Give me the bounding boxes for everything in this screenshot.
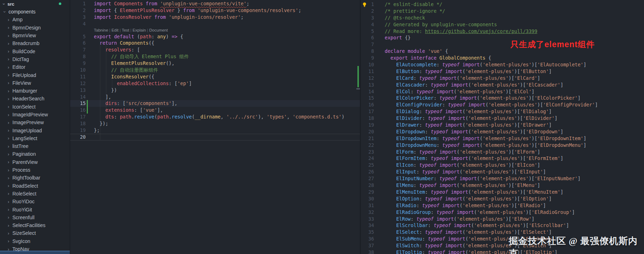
sidebar-item-Breadcrumb[interactable]: ›Breadcrumb [0,39,70,47]
chevron-right-icon: › [7,41,10,46]
line-number: 19 [361,122,374,128]
sidebar-item-Hamburger[interactable]: ›Hamburger [0,87,70,95]
sidebar-item-label: BpmnDesign [12,25,41,31]
sidebar-item-Screenfull[interactable]: ›Screenfull [0,214,70,221]
codelens-action-edit[interactable]: Edit [112,28,119,32]
sidebar-item-label: SvgIcon [12,238,30,244]
line-number: 13 [361,82,374,88]
indent-guide [106,40,106,120]
sidebar-item-BpmnView[interactable]: ›BpmnView [0,32,70,39]
line-number: 18 [70,120,86,127]
sidebar-item-label: LangSelect [12,136,37,141]
code-line: 26 ElInput: typeof import('element-plus/… [361,169,644,175]
sidebar-item-label: ImageIdPreview [12,112,48,117]
gutter [374,195,377,202]
code-line: 2/* prettier-ignore */ [361,8,644,15]
code-line: 18 ElDivider: typeof import('element-plu… [361,115,644,122]
gutter [86,80,90,87]
sidebar-item-label: RightToolbar [12,175,40,181]
sidebar-item-DictTag[interactable]: ›DictTag [0,55,70,63]
sidebar-item-ImageIdPreview[interactable]: ›ImageIdPreview [0,111,70,118]
chevron-right-icon: › [7,231,10,236]
sidebar-item-label: Breadcrumb [12,40,39,46]
sidebar-item-RuoYiGit[interactable]: ›RuoYiGit [0,205,70,213]
overview-ruler[interactable] [356,0,360,254]
sidebar-item-components[interactable]: ›components [0,8,70,16]
codelens-action-test[interactable]: Test [122,28,129,32]
sidebar-item-label: RuoYiDoc [12,199,35,204]
sidebar-item-HeaderSearch[interactable]: ›HeaderSearch [0,95,70,103]
sidebar-item-Editor[interactable]: ›Editor [0,63,70,71]
code-line: 19}; [70,127,360,134]
gutter [374,115,377,122]
code-line: 18 }); [70,120,360,127]
line-number: 28 [361,182,374,189]
codelens-action-document[interactable]: Document [149,28,168,32]
gutter [86,40,90,46]
sidebar-item-ImageUpload[interactable]: ›ImageUpload [0,126,70,134]
sidebar-item-LangSelect[interactable]: ›LangSelect [0,134,70,142]
sidebar-item-label: FileUpload [12,72,36,78]
sidebar-item-RoadSelect[interactable]: ›RoadSelect [0,182,70,190]
codelens-action-explain[interactable]: Explain [132,28,146,32]
chevron-right-icon: › [7,223,10,228]
gutter [374,68,377,75]
sidebar-item-label: Editor [12,64,26,70]
line-number: 37 [361,242,374,249]
sidebar-item-Amp[interactable]: ›Amp [0,16,70,23]
gutter [374,1,377,8]
code-text: ElMenu: typeof import('element-plus/es')… [377,182,540,189]
chevron-right-icon: › [7,17,10,22]
code-text: ElColorPicker: typeof import('element-pl… [377,95,581,101]
code-line: 7 [361,41,644,48]
code-area: 1import Components from 'unplugin-vue-co… [70,0,360,140]
sidebar-item-BpmnDesign[interactable]: ›BpmnDesign [0,24,70,32]
gutter [374,182,377,189]
sidebar-item-ParentView[interactable]: ›ParentView [0,158,70,166]
sidebar-item-Process[interactable]: ›Process [0,166,70,174]
codelens-separator: | [129,28,132,32]
line-number: 11 [70,73,86,80]
sidebar-item-IconSelect[interactable]: ›IconSelect [0,103,70,111]
gutter [374,82,377,88]
line-number: 29 [361,189,374,195]
code-line: 10 ElAutocomplete: typeof import('elemen… [361,61,644,68]
gutter [374,222,377,229]
sidebar-item-ImagePreview[interactable]: ›ImagePreview [0,118,70,126]
code-text: ElOption: typeof import('element-plus/es… [377,195,552,202]
line-number: 22 [361,142,374,149]
editor-pane-config[interactable]: 1import Components from 'unplugin-vue-co… [70,0,360,254]
sidebar-item-RightToolbar[interactable]: ›RightToolbar [0,174,70,182]
sidebar-item-label: DictTag [12,56,29,62]
editor-pane-dts[interactable]: 1/* eslint-disable */2/* prettier-ignore… [360,0,644,254]
sidebar-item-listTree[interactable]: ›listTree [0,142,70,150]
sidebar-item-Pagination[interactable]: ›Pagination [0,150,70,158]
sidebar-item-RoleSelect[interactable]: ›RoleSelect [0,190,70,198]
sidebar-item-FileView[interactable]: ›FileView [0,79,70,87]
line-number: 17 [361,108,374,115]
code-line: 11 ElButton: typeof import('element-plus… [361,68,644,75]
chevron-right-icon: › [7,183,10,188]
line-number: 4 [361,21,374,28]
code-text: }); [90,120,108,127]
code-line: 8declare module 'vue' { [361,48,644,55]
sidebar-item-SvgIcon[interactable]: ›SvgIcon [0,237,70,245]
code-line: 9 export interface GlobalComponents { [361,55,644,61]
sidebar-item-RuoYiDoc[interactable]: ›RuoYiDoc [0,198,70,205]
code-text: ElDropdownItem: typeof import('element-p… [377,135,586,142]
code-line: 7 resolvers: [ [70,46,360,53]
explorer-section-header[interactable]: › src [0,0,70,8]
sidebar-item-SelectFacilities[interactable]: ›SelectFacilities [0,221,70,229]
section-title: src [7,1,15,7]
sidebar-item-label: listTree [12,143,28,149]
code-line: 5export default (path: any) => { [70,33,360,40]
red-annotation-text: 只生成了element组件 [510,39,595,50]
sidebar-item-SizeSelect[interactable]: ›SizeSelect [0,229,70,237]
code-line: 32 ElRadioGroup: typeof import('element-… [361,209,644,216]
codelens-action-tabnine[interactable]: Tabnine [94,28,108,32]
sidebar-item-label: components [9,9,35,15]
sidebar-item-BuildCode[interactable]: ›BuildCode [0,47,70,55]
sidebar-item-FileUpload[interactable]: ›FileUpload [0,71,70,79]
code-text: ElDivider: typeof import('element-plus/e… [377,115,558,122]
partial-selected-item[interactable] [0,251,70,254]
